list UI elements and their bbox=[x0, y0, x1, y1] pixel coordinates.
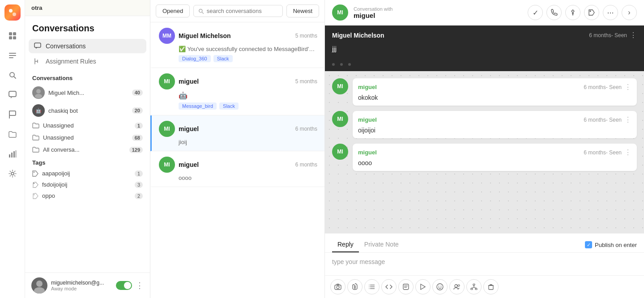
label-button[interactable] bbox=[584, 5, 599, 20]
conv-item-3[interactable]: MI miguel 6 months jioij bbox=[150, 115, 324, 151]
svg-line-52 bbox=[474, 287, 476, 288]
code-button[interactable] bbox=[381, 279, 397, 294]
svg-rect-7 bbox=[9, 55, 16, 56]
svg-rect-15 bbox=[11, 153, 13, 158]
conv-toolbar: Opened Newest bbox=[150, 0, 324, 22]
nav-icon-contacts[interactable] bbox=[4, 47, 21, 64]
dot bbox=[332, 63, 335, 66]
tag-item-3[interactable]: oppo 2 bbox=[32, 190, 143, 201]
pin-button[interactable] bbox=[565, 5, 580, 20]
sidebar-nav-item-assignment[interactable]: Assignment Rules bbox=[29, 54, 146, 68]
footer-more-btn[interactable]: ⋮ bbox=[136, 281, 144, 290]
assignment-icon bbox=[34, 58, 41, 65]
collapse-button[interactable]: › bbox=[622, 5, 637, 20]
nav-icon-settings[interactable] bbox=[4, 165, 21, 183]
people-button[interactable] bbox=[449, 279, 465, 294]
tags-section: Tags aapapoijoij 1 fsdoijoijoij 3 oppo 2 bbox=[25, 156, 150, 205]
sidebar-contact-item-miguel[interactable]: Miguel Mich... 40 bbox=[25, 84, 150, 102]
search-icon bbox=[198, 8, 204, 14]
svg-point-45 bbox=[455, 285, 457, 287]
tab-private-note[interactable]: Private Note bbox=[359, 237, 404, 252]
conv-item-4[interactable]: MI miguel 6 months oooo bbox=[150, 151, 324, 187]
svg-rect-14 bbox=[9, 154, 10, 158]
avatar: 🤖 bbox=[32, 104, 45, 117]
sidebar-folder-all[interactable]: All conversa... 129 bbox=[25, 144, 150, 156]
svg-rect-17 bbox=[15, 150, 17, 158]
tab-reply[interactable]: Reply bbox=[332, 237, 359, 252]
avatar: MI bbox=[332, 111, 348, 127]
folder-icon bbox=[32, 147, 39, 153]
svg-rect-8 bbox=[9, 57, 13, 58]
avatar: MI bbox=[332, 144, 348, 160]
conv-item-2[interactable]: MI miguel 5 months 🤖 Message_bird Slack bbox=[150, 68, 324, 115]
nav-icon-folder[interactable] bbox=[4, 125, 21, 143]
sidebar-folder-unassigned-1[interactable]: Unassigned 1 bbox=[25, 119, 150, 132]
message-group-3: MI miguel 6 months- Seen ⋮ oooo bbox=[332, 144, 637, 171]
nav-icon-reports[interactable] bbox=[4, 145, 21, 163]
avatar: MM bbox=[159, 28, 175, 44]
list-button[interactable] bbox=[364, 279, 380, 294]
sidebar-folders: Unassigned 1 Unassigned 68 All conversa.… bbox=[25, 119, 150, 156]
svg-point-27 bbox=[199, 9, 202, 12]
svg-rect-5 bbox=[13, 36, 16, 39]
workspace-name: otra bbox=[31, 4, 43, 11]
app-logo bbox=[4, 4, 21, 21]
conv-tags: Message_bird Slack bbox=[179, 102, 317, 110]
svg-line-10 bbox=[14, 77, 16, 78]
dark-message-dots bbox=[325, 60, 644, 71]
avatar: MI bbox=[159, 121, 175, 137]
away-mode-toggle[interactable] bbox=[116, 281, 132, 290]
search-bar bbox=[193, 5, 282, 17]
emoji-button[interactable] bbox=[432, 279, 448, 294]
message-more-btn[interactable]: ⋮ bbox=[624, 83, 631, 91]
play-button[interactable] bbox=[415, 279, 431, 294]
svg-point-20 bbox=[36, 89, 41, 94]
nav-icon-grid[interactable] bbox=[4, 27, 21, 45]
article-button[interactable] bbox=[398, 279, 414, 294]
svg-point-46 bbox=[458, 285, 460, 286]
camera-button[interactable] bbox=[330, 279, 345, 294]
reply-input-area[interactable]: type your message bbox=[325, 253, 644, 275]
more-options-button[interactable]: ··· bbox=[603, 5, 618, 20]
dot bbox=[348, 63, 351, 66]
chat-header-actions: ✓ ··· › bbox=[528, 5, 637, 20]
svg-point-0 bbox=[9, 9, 13, 13]
phone-button[interactable] bbox=[546, 5, 562, 20]
search-input[interactable] bbox=[207, 8, 278, 14]
opened-button[interactable]: Opened bbox=[156, 4, 190, 17]
dark-message-block: Miguel Michelson 6 months- Seen ⋮ jjj bbox=[325, 26, 644, 71]
newest-button[interactable]: Newest bbox=[286, 4, 319, 17]
attachment-button[interactable] bbox=[347, 279, 363, 294]
delete-button[interactable] bbox=[483, 279, 499, 294]
sidebar-section-conversations: Conversations bbox=[25, 70, 150, 84]
tag-item-1[interactable]: aapapoijoij 1 bbox=[32, 168, 143, 179]
chat-header-avatar: MI bbox=[332, 4, 348, 21]
publish-checkbox[interactable]: ✓ bbox=[585, 241, 592, 248]
svg-point-22 bbox=[34, 171, 34, 172]
tag-icon bbox=[32, 182, 38, 188]
message-more-btn[interactable]: ⋮ bbox=[624, 115, 631, 124]
nav-icon-search[interactable] bbox=[4, 66, 21, 84]
nav-icon-flag[interactable] bbox=[4, 106, 21, 123]
svg-rect-39 bbox=[403, 284, 409, 289]
folder-icon bbox=[32, 135, 39, 140]
message-more-btn[interactable]: ⋮ bbox=[624, 148, 631, 157]
svg-point-38 bbox=[369, 288, 369, 289]
integration-button[interactable] bbox=[466, 279, 482, 294]
sidebar-folder-unassigned-2[interactable]: Unassigned 68 bbox=[25, 132, 150, 144]
bot-icon: 🤖 bbox=[179, 91, 317, 100]
svg-rect-2 bbox=[9, 32, 12, 35]
svg-point-25 bbox=[36, 281, 43, 287]
more-btn[interactable]: ⋮ bbox=[630, 31, 637, 39]
nav-icon-chat[interactable] bbox=[4, 86, 21, 104]
avatar: MI bbox=[159, 157, 175, 173]
chat-header: MI Conversation with miguel ✓ ··· › bbox=[325, 0, 644, 26]
conv-item-1[interactable]: MM Miguel Michelson 5 months ✅ You've su… bbox=[150, 22, 324, 68]
svg-point-43 bbox=[439, 286, 439, 287]
sidebar-contact-item-bot[interactable]: 🤖 chaskiq bot 20 bbox=[25, 102, 150, 119]
sidebar-nav-item-conversations[interactable]: Conversations bbox=[29, 39, 146, 53]
tag-item-2[interactable]: fsdoijoijoij 3 bbox=[32, 179, 143, 190]
check-button[interactable]: ✓ bbox=[528, 5, 543, 20]
workspace-header: otra bbox=[25, 0, 150, 16]
svg-point-21 bbox=[35, 94, 42, 98]
